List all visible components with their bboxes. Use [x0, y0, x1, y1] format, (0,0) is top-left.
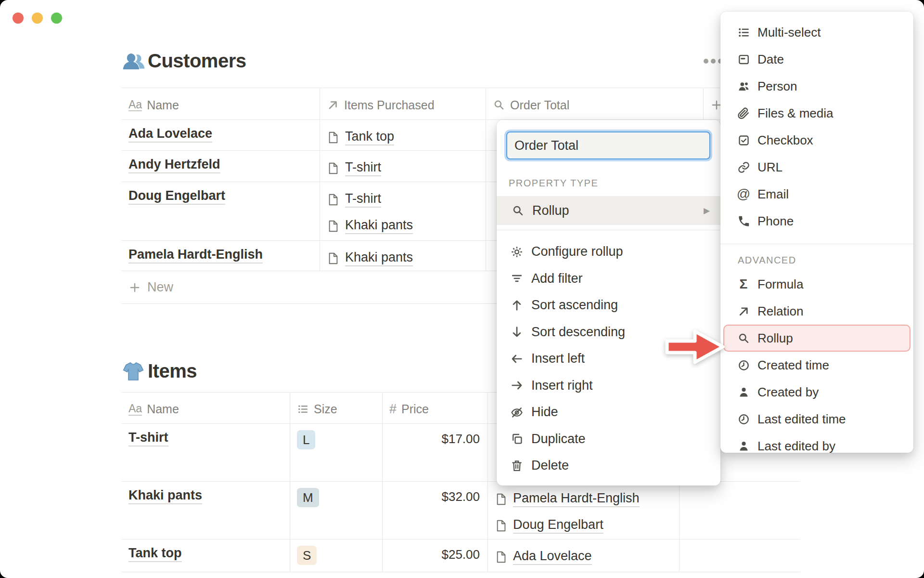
clock-icon [737, 358, 750, 372]
phone-icon [737, 214, 750, 228]
person-icon [737, 439, 750, 453]
number-icon: # [389, 402, 397, 417]
page-title: Customers [148, 50, 246, 72]
page-icon [327, 130, 340, 145]
menu-item-insert-right[interactable]: Insert right [497, 372, 720, 399]
arrow-up-icon [510, 299, 524, 312]
type-item-created-by[interactable]: Created by [720, 379, 913, 406]
page-mention[interactable]: Ada Lovelace [495, 546, 672, 568]
menu-item-sort-ascending[interactable]: Sort ascending [497, 292, 720, 319]
minimize-button[interactable] [32, 13, 43, 24]
t-shirt-emoji [122, 359, 145, 382]
column-header-size[interactable]: Size [290, 393, 383, 423]
page-icon [495, 550, 508, 565]
window-controls [13, 13, 62, 24]
type-item-formula[interactable]: Σ Formula [720, 271, 913, 298]
column-header-items-purchased[interactable]: Items Purchased [320, 88, 486, 119]
page-mention[interactable]: Khaki pants [327, 247, 479, 269]
size-tag[interactable]: L [297, 430, 315, 449]
type-item-files-media[interactable]: Files & media [720, 100, 913, 127]
arrow-right-icon [510, 379, 524, 392]
row-name-link[interactable]: T-shirt [122, 424, 290, 481]
page-mention[interactable]: T-shirt [327, 157, 479, 179]
row-name-link[interactable]: Khaki pants [122, 482, 290, 539]
rollup-icon [511, 204, 525, 217]
link-icon [737, 160, 750, 174]
type-item-phone[interactable]: Phone [720, 208, 913, 235]
property-name-input[interactable] [506, 131, 710, 159]
gear-icon [510, 245, 524, 259]
multi-select-icon [737, 26, 750, 39]
column-header-order-total[interactable]: Order Total [486, 88, 704, 119]
filter-icon [510, 272, 524, 285]
clock-icon [737, 412, 750, 426]
type-item-created-time[interactable]: Created time [720, 352, 913, 379]
type-item-rollup-highlighted[interactable]: Rollup [723, 325, 911, 352]
page-icon [327, 161, 340, 176]
type-item-checkbox[interactable]: Checkbox [720, 127, 913, 154]
page-mention[interactable]: Tank top [327, 126, 479, 148]
select-icon [297, 403, 309, 415]
type-list: Multi-select Date Person Files & media C… [720, 19, 913, 453]
plus-icon [128, 281, 141, 294]
property-type-section-label: PROPERTY TYPE [509, 178, 598, 189]
arrow-left-icon [510, 352, 524, 366]
menu-item-delete[interactable]: Delete [497, 452, 720, 479]
property-type-current[interactable]: Rollup ▶ [497, 196, 720, 225]
size-tag[interactable]: M [297, 488, 319, 507]
page-title: Items [148, 360, 197, 382]
red-arrow-annotation [663, 324, 727, 370]
row-name-link[interactable]: Pamela Hardt-English [122, 241, 320, 271]
customers-header-row: Aa Name Items Purchased Order Total [122, 88, 800, 120]
arrow-down-icon [510, 325, 524, 339]
zoom-button[interactable] [51, 13, 62, 24]
column-header-name[interactable]: Aa Name [122, 393, 290, 423]
advanced-section-label: ADVANCED [720, 244, 913, 271]
row-name-link[interactable]: Tank top [122, 539, 290, 572]
type-item-last-edited-by[interactable]: Last edited by [720, 433, 913, 453]
type-item-person[interactable]: Person [720, 73, 913, 100]
page-icon [327, 219, 340, 234]
people-icon [737, 79, 750, 93]
menu-item-duplicate[interactable]: Duplicate [497, 426, 720, 453]
at-icon: @ [737, 187, 750, 201]
type-item-date[interactable]: Date [720, 46, 913, 73]
table-row: Khaki pants M $32.00 Pamela Hardt-Englis… [122, 482, 800, 539]
column-header-name[interactable]: Aa Name [122, 88, 320, 119]
row-name-link[interactable]: Doug Engelbart [122, 182, 320, 240]
type-item-relation[interactable]: Relation [720, 298, 913, 325]
price-cell[interactable]: $17.00 [383, 424, 488, 481]
type-item-last-edited-time[interactable]: Last edited time [720, 406, 913, 433]
property-menu-popup: PROPERTY TYPE Rollup ▶ Configure rollup … [497, 120, 720, 486]
property-type-dropdown: Multi-select Date Person Files & media C… [720, 12, 913, 453]
more-options-button[interactable] [704, 59, 723, 64]
relation-icon [327, 99, 339, 111]
column-header-price[interactable]: # Price [383, 393, 488, 423]
trash-icon [510, 459, 524, 473]
menu-item-hide[interactable]: Hide [497, 399, 720, 426]
type-item-multi-select[interactable]: Multi-select [720, 19, 913, 46]
price-cell[interactable]: $25.00 [383, 539, 488, 572]
divider [497, 230, 720, 230]
page-mention[interactable]: T-shirt [327, 188, 479, 210]
row-name-link[interactable]: Andy Hertzfeld [122, 151, 320, 182]
close-button[interactable] [13, 13, 24, 24]
page-mention[interactable]: Pamela Hardt-English [495, 488, 672, 510]
duplicate-icon [510, 432, 524, 446]
eye-off-icon [510, 406, 524, 419]
customers-section-title: Customers [122, 49, 246, 72]
page-icon [327, 251, 340, 266]
size-tag[interactable]: S [297, 546, 317, 565]
person-icon [737, 385, 750, 399]
page-mention[interactable]: Doug Engelbart [495, 514, 672, 537]
text-property-icon: Aa [128, 403, 142, 415]
type-item-email[interactable]: @ Email [720, 181, 913, 208]
price-cell[interactable]: $32.00 [383, 482, 488, 539]
menu-item-configure-rollup[interactable]: Configure rollup [497, 238, 720, 265]
rollup-icon [493, 99, 505, 111]
row-name-link[interactable]: Ada Lovelace [122, 120, 320, 150]
items-section-title: Items [122, 359, 197, 382]
menu-item-add-filter[interactable]: Add filter [497, 265, 720, 292]
type-item-url[interactable]: URL [720, 154, 913, 181]
page-mention[interactable]: Khaki pants [327, 215, 479, 237]
